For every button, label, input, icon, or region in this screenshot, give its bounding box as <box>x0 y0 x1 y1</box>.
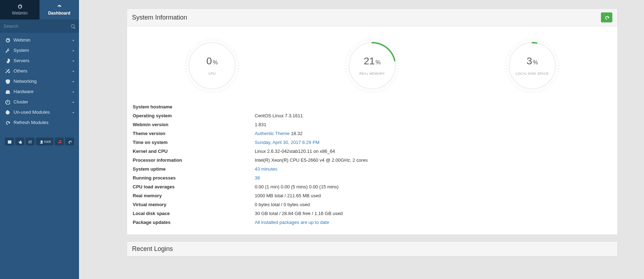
svg-line-143 <box>554 78 556 80</box>
sidebar-item-cluster[interactable]: Cluster ◂ <box>0 97 79 107</box>
svg-line-148 <box>545 87 546 90</box>
settings-button[interactable] <box>26 138 35 145</box>
svg-line-163 <box>508 78 511 80</box>
sidebar-item-webmin[interactable]: Webmin ◂ <box>0 35 79 45</box>
caret-left-icon: ◂ <box>72 90 74 93</box>
refresh-icon <box>5 120 10 125</box>
sidebar-item-hardware[interactable]: Hardware ◂ <box>0 86 79 97</box>
theme-version-text: 18.32 <box>290 131 302 136</box>
recent-logins-panel: Recent Logins <box>127 241 618 257</box>
svg-line-39 <box>191 82 194 84</box>
uptime-link[interactable]: 43 minutes <box>255 166 278 172</box>
puzzle-icon <box>5 110 10 115</box>
svg-line-149 <box>542 88 543 91</box>
svg-line-6 <box>225 42 226 44</box>
sidebar-item-others[interactable]: Others ◂ <box>0 66 79 76</box>
svg-line-22 <box>232 80 234 82</box>
svg-line-66 <box>382 41 383 43</box>
gauge-cpu-value: 0% <box>176 55 248 67</box>
row-load-averages: CPU load averages0.00 (1 min) 0.00 (5 mi… <box>132 182 612 191</box>
user-button[interactable]: root <box>36 138 54 145</box>
svg-line-33 <box>206 90 207 93</box>
value: 43 minutes <box>254 165 612 173</box>
label: Processor information <box>132 156 254 165</box>
row-package-updates: Package updatesAll installed packages ar… <box>132 218 612 227</box>
main-content: System Information <box>79 0 644 279</box>
panel-header[interactable]: Recent Logins <box>127 242 617 257</box>
svg-line-129 <box>547 43 549 45</box>
svg-line-97 <box>358 87 360 90</box>
value: 1000 MB total / 211.65 MB used <box>254 191 612 200</box>
svg-line-85 <box>389 84 391 86</box>
favorites-button[interactable] <box>15 138 24 145</box>
svg-line-158 <box>518 87 520 90</box>
tab-dashboard[interactable]: Dashboard <box>39 0 79 20</box>
svg-line-160 <box>514 84 516 86</box>
sidebar-item-system[interactable]: System ◂ <box>0 45 79 55</box>
svg-line-98 <box>356 86 358 88</box>
svg-line-93 <box>369 91 370 93</box>
sidebar-item-networking[interactable]: Networking ◂ <box>0 76 79 86</box>
terminal-button[interactable] <box>5 138 14 145</box>
row-os: Operating systemCentOS Linux 7.3.1611 <box>132 111 612 120</box>
row-theme-version: Theme versionAuthentic Theme 18.32 <box>132 129 612 138</box>
panel-title: System Information <box>132 14 187 21</box>
nav-list: Webmin ◂ System ◂ Servers ◂ Others ◂ Net… <box>0 33 79 128</box>
gauge-memory-value: 21% <box>337 55 408 67</box>
svg-line-116 <box>356 43 358 45</box>
svg-line-36 <box>198 87 200 90</box>
svg-line-72 <box>394 52 396 53</box>
caret-left-icon: ◂ <box>72 111 74 114</box>
svg-line-142 <box>555 76 558 77</box>
processes-link[interactable]: 38 <box>255 175 260 181</box>
svg-line-161 <box>512 82 514 84</box>
svg-line-131 <box>551 47 553 49</box>
svg-line-164 <box>507 76 510 77</box>
caret-left-icon: ◂ <box>72 80 74 83</box>
sidebar: Webmin Dashboard Webmin ◂ System ◂ <box>0 0 79 279</box>
svg-line-154 <box>529 91 530 93</box>
sidebar-item-refresh-modules[interactable]: Refresh Modules <box>0 117 79 128</box>
search-icon[interactable] <box>70 24 75 29</box>
sidebar-item-label: Others <box>14 68 27 74</box>
sidebar-item-label: Refresh Modules <box>14 120 48 125</box>
caret-left-icon: ◂ <box>72 100 74 104</box>
logout-button[interactable] <box>55 138 64 145</box>
package-updates-link[interactable]: All installed packages are up to date <box>255 220 329 225</box>
svg-line-105 <box>345 71 348 72</box>
sidebar-item-unused-modules[interactable]: Un-used Modules ◂ <box>0 107 79 117</box>
svg-line-25 <box>227 86 228 88</box>
search-input[interactable] <box>4 22 70 30</box>
svg-line-68 <box>387 43 389 45</box>
svg-line-26 <box>225 87 226 90</box>
svg-line-69 <box>389 45 391 47</box>
refresh-sysinfo-button[interactable] <box>601 12 612 22</box>
sidebar-item-label: Hardware <box>14 89 33 94</box>
svg-line-9 <box>231 47 233 49</box>
svg-line-175 <box>512 47 514 49</box>
svg-line-29 <box>217 90 218 93</box>
time-link[interactable]: Sunday, April 30, 2017 6:29 PM <box>255 140 320 145</box>
svg-line-159 <box>516 86 518 88</box>
svg-line-70 <box>391 47 393 49</box>
reload-button[interactable] <box>65 138 74 145</box>
svg-line-54 <box>194 45 195 47</box>
panel-body: 0% CPU 21% REAL MEMORY <box>127 26 617 235</box>
svg-line-30 <box>215 91 215 93</box>
sidebar-item-servers[interactable]: Servers ◂ <box>0 55 79 66</box>
svg-line-119 <box>364 39 364 42</box>
svg-line-81 <box>395 76 397 77</box>
svg-line-103 <box>347 76 349 77</box>
svg-line-128 <box>545 42 546 44</box>
svg-line-180 <box>524 39 524 42</box>
theme-link[interactable]: Authentic Theme <box>255 131 290 136</box>
caret-left-icon: ◂ <box>72 59 74 63</box>
svg-line-45 <box>184 68 187 69</box>
row-virtual-memory: Virtual memory0 bytes total / 0 bytes us… <box>132 200 612 209</box>
svg-line-120 <box>366 39 367 42</box>
svg-line-94 <box>366 90 367 93</box>
dashboard-icon <box>57 4 62 10</box>
svg-line-78 <box>397 68 400 69</box>
tab-webmin[interactable]: Webmin <box>0 0 39 20</box>
label: Operating system <box>132 111 254 120</box>
